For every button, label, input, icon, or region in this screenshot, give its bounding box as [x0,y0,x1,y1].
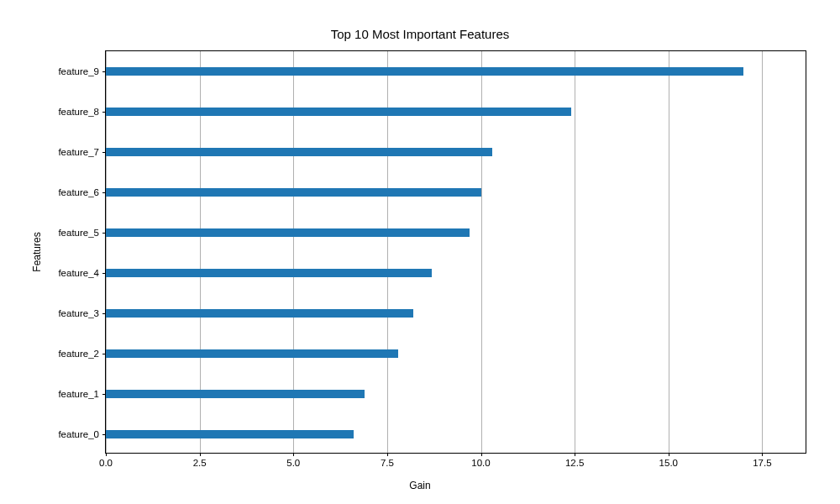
grid-line [669,51,669,453]
x-tick-label: 7.5 [381,458,394,468]
x-tick-label: 0.0 [99,458,113,468]
y-tick-label: feature_4 [58,268,99,278]
y-tick-label: feature_6 [58,187,99,197]
bar [106,269,432,277]
bar [106,148,492,156]
x-tick-label: 17.5 [753,458,771,468]
grid-line [575,51,575,453]
bar [106,67,743,76]
x-tick-label: 10.0 [471,458,490,468]
x-tick-mark [481,453,482,456]
x-tick-mark [200,453,201,456]
chart-title: Top 10 Most Important Features [0,27,840,41]
x-tick-label: 12.5 [565,458,584,468]
x-tick-mark [387,453,388,456]
bar [106,228,470,237]
y-tick-label: feature_9 [58,66,99,76]
x-tick-label: 5.0 [286,458,300,468]
x-tick-label: 2.5 [193,458,207,468]
bar [106,390,365,398]
x-tick-mark [575,453,575,456]
bar [106,108,571,116]
x-tick-mark [106,453,107,456]
x-tick-mark [293,453,294,456]
y-axis-label: Features [31,232,43,271]
bar [106,188,481,197]
y-tick-label: feature_5 [58,228,99,238]
bar [106,349,398,358]
y-tick-label: feature_3 [58,308,99,318]
bar [106,309,413,318]
x-tick-mark [762,453,763,456]
x-tick-mark [669,453,669,456]
y-tick-label: feature_8 [58,107,99,117]
chart-plot-area: 0.02.55.07.510.012.515.017.5feature_0fea… [105,50,806,454]
y-tick-label: feature_0 [58,429,99,439]
x-tick-label: 15.0 [659,458,678,468]
x-axis-label: Gain [0,480,840,491]
bar [106,430,354,438]
y-tick-label: feature_1 [58,389,99,399]
y-tick-label: feature_7 [58,147,99,157]
grid-line [762,51,763,453]
y-tick-label: feature_2 [58,349,99,359]
